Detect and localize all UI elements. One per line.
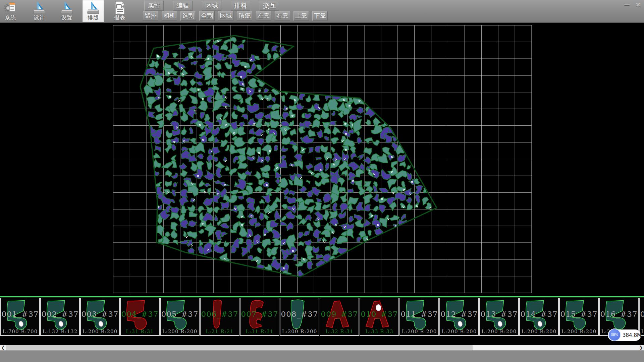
part-thumbnail-004_#37[interactable]: 004_#37 L:31 R:31: [120, 298, 160, 336]
usage-badge: 38% 384.8M: [608, 329, 641, 341]
part-lr-label: L:21 R:21: [201, 328, 239, 335]
main-button-label: 系统: [1, 15, 20, 21]
part-thumbnail-014_#37[interactable]: 014_#37 L:200 R:200: [519, 298, 559, 336]
set-square-icon: [60, 1, 73, 15]
main-button-设置[interactable]: 设置: [58, 0, 76, 22]
part-title: 003_#37: [81, 310, 119, 318]
menu-tab-属性[interactable]: 属性: [144, 1, 164, 11]
part-lr-label: L:700 R:700: [1, 328, 39, 335]
part-title: 017_#37: [640, 310, 644, 318]
part-thumbnail-003_#37[interactable]: 003_#37 L:200 R:200: [80, 298, 120, 336]
part-thumbnail-008_#37[interactable]: 008_#37 L:200 R:200: [280, 298, 319, 336]
part-thumbnail-002_#37[interactable]: 002_#37 L:132 R:132: [40, 298, 80, 336]
part-lr-label: L:31 R:31: [240, 328, 279, 335]
scroll-left-arrow-icon[interactable]: ❮: [0, 345, 6, 351]
gear-system-icon: [4, 1, 17, 15]
part-lr-label: L:200 R:200: [440, 328, 478, 335]
tool-button-bar: 聚排 相机 选割 全割 区域 瑕疵 左靠 右靠 上靠 下靠: [143, 11, 329, 21]
part-title: 012_#37: [440, 310, 478, 318]
part-lr-label: L:200 R:200: [520, 328, 558, 335]
main-button-设计[interactable]: 设计: [30, 0, 48, 22]
menu-tab-排料[interactable]: 排料: [231, 1, 250, 11]
parts-strip: 001_#37 L:700 R:700 002_#37 L:132 R:132 …: [0, 296, 644, 336]
main-button-label: 设计: [30, 15, 48, 21]
part-lr-label: L:200 R:200: [480, 328, 518, 335]
main-button-label: 设置: [58, 15, 76, 21]
tool-button-全割[interactable]: 全割: [199, 11, 215, 21]
menu-tab-编辑[interactable]: 编辑: [173, 1, 193, 11]
part-lr-label: L:200 R:200: [280, 328, 319, 335]
part-title: 008_#37: [280, 310, 319, 318]
menu-tab-区域[interactable]: 区域: [202, 1, 221, 11]
main-button-label: 报表: [110, 15, 129, 21]
part-thumbnail-009_#37[interactable]: 009_#37 L:32 R:31: [320, 298, 359, 336]
memory-usage-label: 384.8M: [623, 329, 641, 341]
main-button-系统[interactable]: 系统: [1, 0, 20, 22]
part-lr-label: L:200 R:200: [161, 328, 199, 335]
part-thumbnail-013_#37[interactable]: 013_#37 L:200 R:200: [479, 298, 519, 336]
part-lr-label: L:132 R:132: [41, 328, 79, 335]
tool-button-右靠[interactable]: 右靠: [275, 11, 290, 21]
tool-button-上靠[interactable]: 上靠: [293, 11, 309, 21]
part-lr-label: L:200 R:200: [81, 328, 119, 335]
window-controls: — ✕: [622, 1, 643, 9]
scrollbar-thumb[interactable]: [6, 345, 473, 351]
part-thumbnail-005_#37[interactable]: 005_#37 L:200 R:200: [160, 298, 200, 336]
minimize-button[interactable]: —: [622, 1, 632, 9]
horizontal-scrollbar: ❮ ❯: [0, 345, 644, 351]
part-title: 007_#37: [240, 310, 279, 318]
main-toolbar: 系统 设计 设置 排版: [0, 0, 644, 23]
part-title: 009_#37: [320, 310, 359, 318]
tool-button-区域[interactable]: 区域: [218, 11, 233, 21]
main-button-排版[interactable]: 排版: [83, 0, 104, 22]
part-lr-label: L:200 R:200: [400, 328, 438, 335]
part-title: 014_#37: [520, 310, 558, 318]
part-title: 002_#37: [41, 310, 79, 318]
tool-button-选割[interactable]: 选割: [180, 11, 196, 21]
part-title: 001_#37: [1, 310, 39, 318]
main-button-报表[interactable]: 报表: [110, 0, 129, 22]
part-title: 005_#37: [161, 310, 199, 318]
part-title: 016_#37: [600, 310, 638, 318]
tool-button-聚排[interactable]: 聚排: [143, 11, 158, 21]
report-doc-icon: [113, 1, 126, 15]
tool-button-瑕疵[interactable]: 瑕疵: [237, 11, 252, 21]
part-title: 013_#37: [480, 310, 518, 318]
part-thumbnail-011_#37[interactable]: 011_#37 L:200 R:200: [399, 298, 439, 336]
scroll-right-arrow-icon[interactable]: ❯: [638, 345, 644, 351]
menu-tab-bar: 属性 编辑 区域 排料 交互: [144, 1, 287, 11]
part-thumbnail-001_#37[interactable]: 001_#37 L:700 R:700: [0, 298, 40, 336]
main-button-label: 排版: [83, 15, 104, 21]
menu-tab-交互[interactable]: 交互: [260, 1, 279, 11]
part-lr-label: L:32 R:31: [320, 328, 359, 335]
tool-button-相机[interactable]: 相机: [162, 11, 177, 21]
part-title: 015_#37: [560, 310, 598, 318]
part-thumbnail-012_#37[interactable]: 012_#37 L:200 R:200: [439, 298, 479, 336]
usage-percent-badge: 38%: [608, 328, 621, 341]
tool-button-左靠[interactable]: 左靠: [256, 11, 271, 21]
part-title: 004_#37: [121, 310, 159, 318]
part-thumbnail-010_#37[interactable]: 010_#37 L:33 R:33: [360, 298, 399, 336]
part-title: 006_#37: [201, 310, 239, 318]
part-thumbnail-006_#37[interactable]: 006_#37 L:21 R:21: [200, 298, 239, 336]
part-lr-label: L:31 R:31: [121, 328, 159, 335]
part-thumbnail-007_#37[interactable]: 007_#37 L:31 R:31: [240, 298, 279, 336]
part-title: 010_#37: [360, 310, 398, 318]
nesting-canvas[interactable]: [0, 0, 644, 296]
close-button[interactable]: ✕: [633, 1, 643, 9]
part-thumbnail-015_#37[interactable]: 015_#37 L:200 R:200: [559, 298, 599, 336]
part-title: 011_#37: [400, 310, 438, 318]
tool-button-下靠[interactable]: 下靠: [312, 11, 328, 21]
part-lr-label: L:33 R:33: [360, 328, 398, 335]
set-square-icon: [33, 1, 46, 15]
part-lr-label: L:200 R:200: [560, 328, 598, 335]
status-bar: [0, 350, 644, 362]
set-square-icon: [87, 1, 100, 15]
